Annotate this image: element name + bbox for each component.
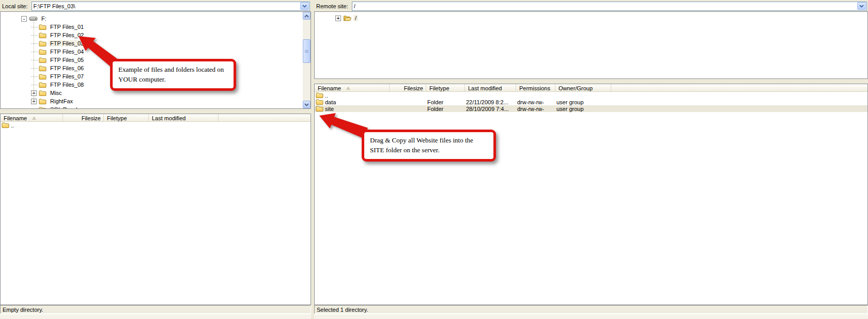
folder-icon [39,98,47,104]
column-header-filetype[interactable]: Filetype [426,84,465,91]
tree-item-ftp-files-01[interactable]: FTP Files_01 [1,23,311,31]
remote-directory-tree[interactable]: +/ [314,11,868,79]
row-filler [611,92,867,99]
chevron-down-icon [302,5,307,8]
annotation-callout-remote: Drag & Copy all Website files into the S… [362,130,496,162]
local-tree-scrollbar[interactable] [303,12,311,108]
scrollbar-track[interactable] [303,20,311,101]
column-header-label: Permissions [519,85,550,91]
column-header-label: Filesize [82,115,101,121]
annotation-text: Example of files and folders located on … [118,66,224,83]
folder-icon [39,57,47,63]
tree-item-ftp-files-02[interactable]: FTP Files_02 [1,31,311,39]
remote-path-dropdown-button[interactable] [857,2,866,10]
folder-icon [39,90,47,96]
folder-icon [39,82,47,88]
column-header-last-modified[interactable]: Last modified [465,84,516,91]
row-filler [611,105,867,112]
annotation-callout-local: Example of files and folders located on … [110,59,236,91]
panel-separator [314,79,868,84]
folder-icon [39,65,47,71]
local-path-combobox[interactable] [32,2,310,11]
local-list-header: FilenameFilesizeFiletypeLast modified [1,114,311,122]
folder-icon [39,98,47,104]
cell-permissions: drw-rw-rw- [516,106,555,112]
local-pane: Local site: -F:FTP Files_01FTP Files_02F… [0,0,311,319]
folder-icon [39,82,47,88]
folder-icon [39,24,47,30]
local-site-bar: Local site: [0,0,311,11]
row-filler [611,99,867,105]
tree-item-sql-developer[interactable]: SQL Developer [1,105,311,109]
column-header-label: Filetype [107,115,127,121]
folder-icon [39,49,47,55]
tree-connector [31,35,38,36]
tree-item-label: SQL Developer [49,106,90,109]
tree-item-f[interactable]: -F: [1,14,311,23]
drive-icon [29,16,38,21]
scroll-down-button[interactable] [303,101,311,108]
bottom-strip [314,314,868,319]
tree-item-rightfax[interactable]: +RightFax [1,97,311,105]
column-header-label: Filename [318,85,341,91]
chevron-down-icon [859,5,864,8]
filename-label: .. [325,92,328,99]
folder-icon [316,99,323,105]
column-header-filesize[interactable]: Filesize [63,114,104,121]
column-header-permissions[interactable]: Permissions [516,84,555,91]
remote-path-input[interactable] [352,3,857,10]
local-path-dropdown-button[interactable] [300,2,309,10]
tree-connector [31,52,38,52]
remote-status-bar: Selected 1 directory. [314,305,868,314]
row-filler [219,122,311,129]
remote-path-combobox[interactable] [352,2,867,11]
column-header-owner-group[interactable]: Owner/Group [555,84,611,91]
remote-file-list: FilenameFilesizeFiletypeLast modifiedPer… [314,84,868,305]
folder-icon [316,92,323,99]
scrollbar-grip [305,50,308,53]
open-folder-icon [343,15,351,21]
file-row-site[interactable]: siteFolder28/10/2009 7:4...drw-rw-rw-use… [315,105,867,112]
local-path-input[interactable] [32,3,300,10]
tree-item-ftp-files-03[interactable]: FTP Files_03 [1,39,311,47]
column-header-filetype[interactable]: Filetype [104,114,149,121]
drive-icon [29,16,38,21]
remote-site-label: Remote site: [316,3,349,9]
filename-label: data [325,99,336,105]
tree-item-[interactable]: +/ [315,14,867,22]
remote-list-rows: ..dataFolder22/11/2009 8:2...drw-rw-rw-u… [315,92,867,305]
file-row-[interactable]: .. [315,92,867,99]
column-header-filename[interactable]: Filename [1,114,63,121]
scrollbar-thumb[interactable] [303,39,311,63]
tree-item-label: F: [40,15,48,22]
column-header-filename[interactable]: Filename [315,84,390,91]
file-row-data[interactable]: dataFolder22/11/2009 8:2...drw-rw-rw-use… [315,99,867,105]
file-row-[interactable]: .. [1,122,311,129]
column-header-filesize[interactable]: Filesize [390,84,426,91]
scroll-up-button[interactable] [303,12,311,20]
header-filler [611,84,867,91]
cell-filetype: Folder [426,99,465,105]
folder-icon [39,65,47,71]
column-header-last-modified[interactable]: Last modified [149,114,219,121]
folder-icon [39,24,47,30]
folder-icon [39,106,47,109]
expander-plus-icon[interactable]: + [335,15,341,21]
annotation-text: Drag & Copy all Website files into the S… [370,136,473,154]
folder-icon [39,106,47,109]
tree-connector [31,43,38,44]
folder-icon [39,73,47,79]
tree-item-ftp-files-04[interactable]: FTP Files_04 [1,47,311,56]
expander-minus-icon[interactable]: - [21,16,27,22]
tree-item-label: RightFax [49,98,74,104]
cell-owner-group: user group [555,106,611,112]
cell-filetype: Folder [426,106,465,112]
column-header-label: Filesize [404,85,423,91]
remote-status-text: Selected 1 directory. [317,307,368,313]
local-list-rows: .. [1,122,311,305]
local-file-list: FilenameFilesizeFiletypeLast modified .. [0,114,311,305]
tree-connector [31,85,38,85]
column-header-label: Last modified [152,115,185,121]
folder-icon [316,92,323,98]
panel-separator [0,109,311,114]
